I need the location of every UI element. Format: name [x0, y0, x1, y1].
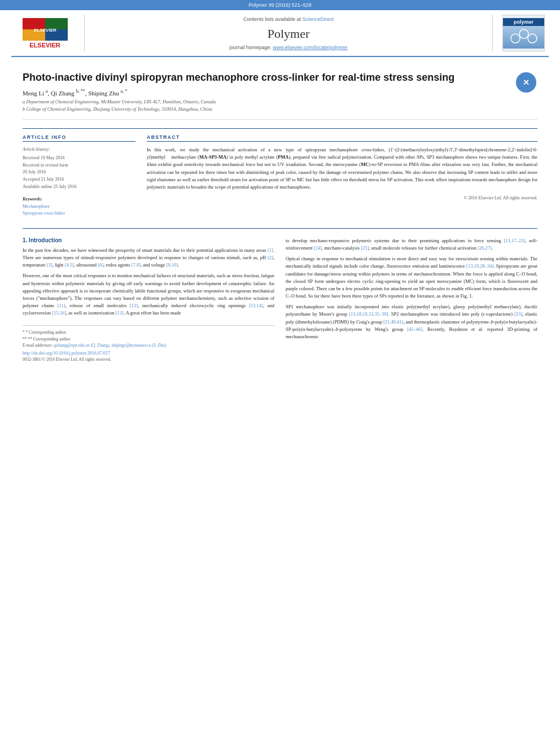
doi-line[interactable]: http://dx.doi.org/10.1016/j.polymer.2016… — [23, 351, 274, 356]
journal-citation-text: Polymer 99 (2016) 521–528 — [248, 2, 312, 8]
body-two-column: 1. Introduction In the past few decades,… — [23, 237, 537, 362]
body-right-column: to develop mechano-responsive polymeric … — [286, 237, 537, 362]
footnote-star2: ** — [23, 337, 27, 342]
email2[interactable]: shipingz@mcmaster.ca (S. Zhu). — [111, 343, 167, 348]
history-label: Article history: — [23, 146, 135, 154]
received-revised-label: Received in revised form — [23, 162, 135, 169]
contents-available-text: Contents lists available at ScienceDirec… — [243, 16, 334, 22]
journal-homepage-line: journal homepage: www.elsevier.com/locat… — [229, 45, 348, 50]
right-para2: Optical change in response to mechanical… — [286, 255, 537, 300]
footnote-star1: * — [23, 330, 25, 335]
elsevier-brand-text: ELSEVIER — [29, 42, 60, 49]
article-title-block: Photo-inactive divinyl spiropyran mechan… — [23, 71, 466, 113]
keyword-spiropyran: Spiropyran cross-linker — [23, 210, 135, 217]
article-history: Article history: Received 19 May 2016 Re… — [23, 146, 135, 191]
abstract-label: Abstract — [147, 134, 537, 142]
crossmark-icon: ✕ — [516, 72, 536, 93]
affiliation-a: a Department of Chemical Engineering, Mc… — [23, 99, 466, 104]
copyright-notice: © 2016 Elsevier Ltd. All rights reserved… — [147, 195, 537, 200]
intro-para1: In the past few decades, we have witness… — [23, 247, 274, 269]
article-title: Photo-inactive divinyl spiropyran mechan… — [23, 71, 466, 84]
svg-text:ELSEVIER: ELSEVIER — [34, 28, 56, 33]
polymer-logo-label: polymer — [503, 18, 544, 26]
right-para1: to develop mechano-responsive polymeric … — [286, 237, 537, 252]
info-abstract-section: Article Info Article history: Received 1… — [23, 128, 537, 217]
introduction-heading: 1. Introduction — [23, 237, 274, 243]
affiliation-b: b College of Chemical Engineering, Zheji… — [23, 106, 466, 112]
footnote-corresponding2: ** ** Corresponding author. — [23, 336, 274, 342]
accepted-date: Accepted 21 July 2016 — [23, 176, 135, 184]
polymer-logo-image — [503, 26, 544, 49]
email-label: E-mail addresses: — [23, 343, 53, 348]
received-revised-date: 20 July 2016 — [23, 169, 135, 176]
authors-line: Meng Li a, Qi Zhang b, **, Shiping Zhu a… — [23, 89, 466, 97]
keywords-section: Keywords: Mechanophore Spiropyran cross-… — [23, 196, 135, 217]
sciencedirect-link[interactable]: ScienceDirect — [303, 16, 334, 22]
abstract-text: In this work, we study the mechanical ac… — [147, 146, 537, 191]
elsevier-logo: ELSEVIER ELSEVIER — [23, 18, 68, 49]
journal-info-center: Contents lists available at ScienceDirec… — [85, 15, 492, 51]
body-left-column: 1. Introduction In the past few decades,… — [23, 237, 274, 362]
intro-para2: However, one of the most critical respon… — [23, 272, 274, 317]
body-section: 1. Introduction In the past few decades,… — [23, 228, 537, 362]
footnote-email-line: E-mail addresses: qizhang@zjut.edu.cn (Q… — [23, 342, 274, 348]
abstract-column: Abstract In this work, we study the mech… — [147, 134, 537, 217]
keyword-mechanophore: Mechanophore — [23, 203, 135, 210]
journal-title: Polymer — [268, 27, 310, 41]
journal-homepage-link[interactable]: www.elsevier.com/locate/polymer — [273, 45, 348, 50]
journal-citation-bar: Polymer 99 (2016) 521–528 — [0, 0, 560, 10]
article-info-label: Article Info — [23, 134, 135, 142]
article-info-column: Article Info Article history: Received 1… — [23, 134, 135, 217]
email1[interactable]: qizhang@zjut.edu.cn (Q. Zhang), — [54, 343, 111, 348]
received-date: Received 19 May 2016 — [23, 155, 135, 162]
available-online-date: Available online 25 July 2016 — [23, 184, 135, 191]
right-para3: SP1 mechanophore was initially incorpora… — [286, 303, 537, 340]
elsevier-logo-img: ELSEVIER — [23, 18, 68, 41]
page: Polymer 99 (2016) 521–528 ELSEVIER ELSEV… — [0, 0, 560, 747]
svg-point-7 — [519, 29, 528, 38]
footnotes-section: * * Corresponding author. ** ** Correspo… — [23, 325, 274, 362]
svg-point-6 — [511, 34, 520, 43]
main-content: Photo-inactive divinyl spiropyran mechan… — [0, 57, 560, 373]
elsevier-logo-section: ELSEVIER ELSEVIER — [11, 15, 85, 51]
crossmark-badge[interactable]: ✕ — [515, 71, 537, 94]
issn-line: 0032-3861/© 2016 Elsevier Ltd. All right… — [23, 357, 274, 362]
polymer-logo-box: polymer — [502, 15, 545, 51]
svg-point-8 — [528, 34, 537, 43]
journal-header: ELSEVIER ELSEVIER Contents lists availab… — [11, 10, 549, 57]
footnote-corresponding1: * * Corresponding author. — [23, 329, 274, 335]
keywords-label: Keywords: — [23, 196, 135, 202]
polymer-logo-section: polymer — [492, 15, 549, 51]
article-title-section: Photo-inactive divinyl spiropyran mechan… — [23, 63, 537, 120]
